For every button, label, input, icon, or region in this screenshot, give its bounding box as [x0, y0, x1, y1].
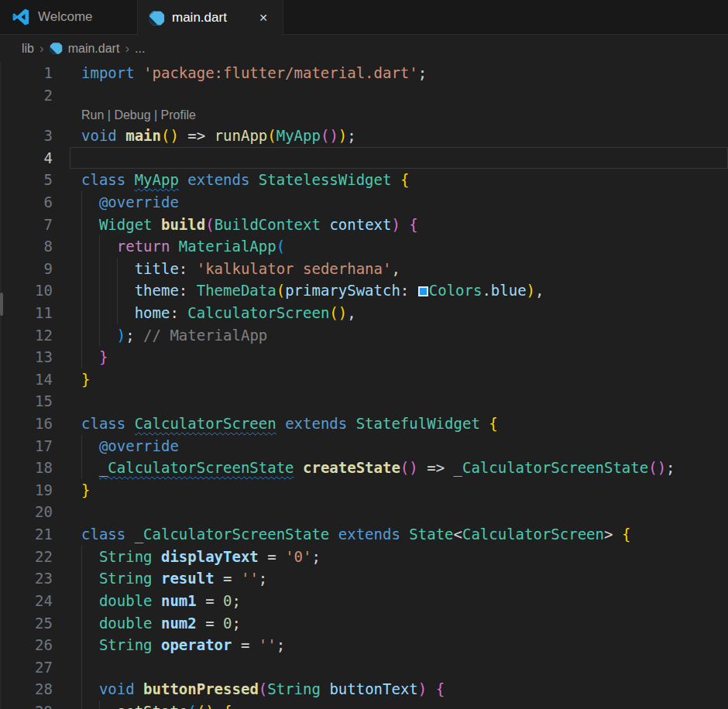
- line-number[interactable]: 25: [0, 612, 70, 635]
- code-line[interactable]: 24 double num1 = 0;: [0, 590, 728, 612]
- code-token: _CalculatorScreenState: [99, 459, 294, 476]
- code-token: primarySwatch: [285, 282, 400, 299]
- code-token: [153, 636, 161, 653]
- code-line[interactable]: 29 setState(() {: [0, 700, 728, 709]
- code-line[interactable]: 5class MyApp extends StatelessWidget {: [0, 169, 728, 191]
- code-token: [391, 171, 400, 188]
- line-number[interactable]: 21: [0, 523, 70, 546]
- line-number[interactable]: 20: [0, 501, 70, 523]
- code-line[interactable]: 19}: [0, 479, 728, 502]
- code-token: home: [135, 304, 170, 321]
- line-number[interactable]: 11: [0, 302, 70, 324]
- code-token: [81, 636, 99, 653]
- line-number[interactable]: 2: [0, 84, 70, 107]
- code-line[interactable]: 13 }: [0, 346, 728, 368]
- line-number[interactable]: 8: [0, 235, 70, 258]
- line-number[interactable]: 15: [0, 390, 70, 413]
- code-line[interactable]: 6 @override: [0, 191, 728, 214]
- code-line[interactable]: 14}: [0, 368, 728, 391]
- code-line[interactable]: 25 double num2 = 0;: [0, 612, 728, 635]
- code-token: build: [161, 216, 205, 233]
- code-token: {: [622, 526, 630, 543]
- code-line[interactable]: 18 _CalculatorScreenState createState() …: [0, 457, 728, 479]
- code-line[interactable]: 16class CalculatorScreen extends Statefu…: [0, 413, 728, 435]
- code-lens-debug[interactable]: Debug: [114, 108, 150, 122]
- code-token: String: [99, 548, 153, 565]
- code-token: {: [223, 703, 232, 709]
- line-number[interactable]: 29: [0, 700, 70, 709]
- line-number[interactable]: 18: [0, 457, 70, 479]
- line-number[interactable]: 4: [0, 147, 70, 170]
- left-scrollbar-thumb[interactable]: [0, 293, 3, 316]
- code-token: [81, 216, 99, 233]
- code-editor[interactable]: 1import 'package:flutter/material.dart';…: [0, 62, 728, 709]
- line-number[interactable]: 19: [0, 479, 70, 502]
- code-line[interactable]: 11 home: CalculatorScreen(),: [0, 302, 728, 324]
- line-number[interactable]: 22: [0, 546, 70, 568]
- code-token: ;: [232, 592, 241, 609]
- code-line[interactable]: 7 Widget build(BuildContext context) {: [0, 214, 728, 236]
- breadcrumb-item-ellipsis[interactable]: ...: [135, 42, 145, 56]
- line-number[interactable]: 12: [0, 324, 70, 347]
- code-token: [81, 570, 99, 587]
- code-token: CalculatorScreen: [135, 415, 276, 432]
- line-number[interactable]: 6: [0, 191, 70, 214]
- line-number[interactable]: 27: [0, 656, 70, 679]
- code-line[interactable]: 20: [0, 501, 728, 523]
- code-line[interactable]: 23 String result = '';: [0, 567, 728, 590]
- line-number[interactable]: 5: [0, 169, 70, 191]
- line-number[interactable]: 7: [0, 214, 70, 236]
- code-line[interactable]: 8 return MaterialApp(: [0, 235, 728, 258]
- code-line[interactable]: 10 theme: ThemeData(primarySwatch: Color…: [0, 279, 728, 302]
- code-token: :: [179, 282, 197, 299]
- code-line[interactable]: 4: [0, 147, 728, 170]
- code-line[interactable]: 2: [0, 84, 728, 107]
- code-lens-profile[interactable]: Profile: [161, 108, 196, 122]
- code-line[interactable]: 1import 'package:flutter/material.dart';: [0, 62, 728, 84]
- code-token: [329, 526, 338, 543]
- tab-welcome[interactable]: Welcome: [0, 0, 137, 34]
- close-icon[interactable]: ✕: [255, 9, 272, 26]
- line-number[interactable]: 24: [0, 590, 70, 612]
- code-token: [81, 304, 135, 321]
- line-code: [70, 147, 81, 170]
- code-lens: Run | Debug | Profile: [0, 106, 728, 125]
- code-token: (): [197, 703, 215, 709]
- code-token: [153, 615, 161, 632]
- line-number[interactable]: 26: [0, 634, 70, 656]
- line-number[interactable]: 10: [0, 279, 70, 302]
- line-code: double num2 = 0;: [70, 612, 241, 635]
- code-token: [81, 459, 99, 476]
- code-line[interactable]: 12 ); // MaterialApp: [0, 324, 728, 347]
- code-token: =: [259, 548, 285, 565]
- code-token: ;: [259, 570, 267, 587]
- line-number[interactable]: 3: [0, 125, 70, 147]
- line-number[interactable]: 28: [0, 678, 70, 700]
- line-number[interactable]: 13: [0, 346, 70, 368]
- color-preview-swatch[interactable]: [418, 286, 428, 296]
- line-number[interactable]: 1: [0, 62, 70, 84]
- line-number[interactable]: 9: [0, 258, 70, 280]
- code-lens-run[interactable]: Run: [81, 108, 104, 122]
- code-line[interactable]: 9 title: 'kalkulator sederhana',: [0, 258, 728, 280]
- code-line[interactable]: 28 void buttonPressed(String buttonText)…: [0, 678, 728, 700]
- breadcrumb-item-main-dart[interactable]: main.dart: [68, 42, 120, 56]
- code-line[interactable]: 27: [0, 656, 728, 679]
- code-line[interactable]: 17 @override: [0, 435, 728, 457]
- code-line[interactable]: 3void main() => runApp(MyApp());: [0, 125, 728, 147]
- line-number[interactable]: 17: [0, 435, 70, 457]
- line-number[interactable]: 23: [0, 567, 70, 590]
- line-number[interactable]: 14: [0, 368, 70, 391]
- breadcrumb-item-lib[interactable]: lib: [22, 42, 34, 56]
- code-line[interactable]: 22 String displayText = '0';: [0, 546, 728, 568]
- tab-main-dart[interactable]: main.dart ✕: [137, 0, 283, 36]
- line-code: [70, 390, 81, 413]
- code-token: 'kalkulator sederhana': [197, 260, 392, 277]
- code-line[interactable]: 15: [0, 390, 728, 413]
- line-number[interactable]: 16: [0, 413, 70, 435]
- code-token: [81, 548, 99, 565]
- code-token: [249, 171, 258, 188]
- code-line[interactable]: 26 String operator = '';: [0, 634, 728, 656]
- code-line[interactable]: 21class _CalculatorScreenState extends S…: [0, 523, 728, 546]
- code-token: ;: [666, 459, 675, 476]
